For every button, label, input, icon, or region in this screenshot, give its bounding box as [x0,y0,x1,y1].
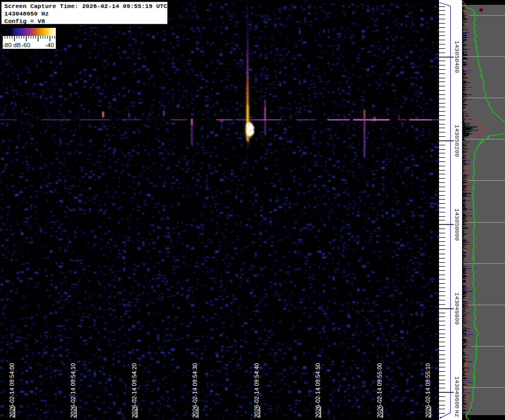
svg-text:Config = V8: Config = V8 [4,18,45,25]
svg-text:2026-02-14 09:54:50: 2026-02-14 09:54:50 [314,363,321,418]
svg-text:2026-02-14 09:55:00: 2026-02-14 09:55:00 [376,363,383,418]
svg-text:-80 dB: -80 dB [3,42,21,48]
svg-text:Screen Capture Time: 2026-02-1: Screen Capture Time: 2026-02-14 09:55:19… [4,3,167,10]
svg-text:143050400: 143050400 [453,41,460,73]
svg-text:2026-02-14 09:54:40: 2026-02-14 09:54:40 [253,363,260,418]
svg-text:2026-02-14 09:54:00: 2026-02-14 09:54:00 [9,363,15,418]
svg-text:2026-02-14 09:54:30: 2026-02-14 09:54:30 [192,363,198,418]
svg-text:Hz: Hz [453,410,460,417]
svg-text:143048050 Hz: 143048050 Hz [4,10,49,17]
svg-text:-60: -60 [21,42,31,48]
svg-text:2026-02-14 09:54:20: 2026-02-14 09:54:20 [131,363,137,418]
svg-text:143049800: 143049800 [453,292,460,325]
svg-text:-40: -40 [45,42,54,48]
svg-text:2026-02-14 09:54:10: 2026-02-14 09:54:10 [70,363,76,418]
svg-text:143049600: 143049600 [453,376,460,409]
svg-text:143050000: 143050000 [453,209,460,241]
svg-text:143050200: 143050200 [453,124,460,157]
svg-text:2026-02-14 09:55:10: 2026-02-14 09:55:10 [425,363,431,418]
